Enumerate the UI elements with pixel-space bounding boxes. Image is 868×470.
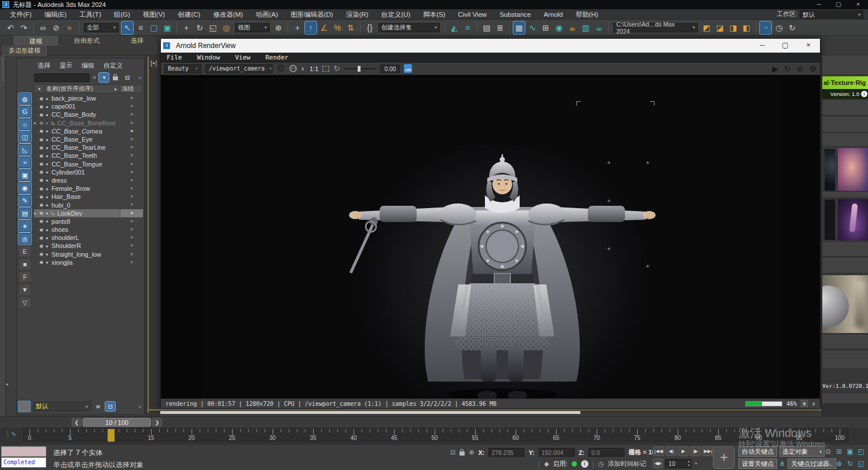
frozen-cell[interactable]: ∗ xyxy=(120,242,143,250)
render-dot-icon[interactable]: ● xyxy=(46,228,52,232)
curve-editor-icon[interactable]: ∿ xyxy=(527,21,538,34)
material-editor-icon[interactable]: ◉ xyxy=(553,21,565,34)
render-dot-icon[interactable]: ● xyxy=(46,178,52,182)
table-row[interactable]: ▸◉●◺CC_Base_BoneRoot∗ xyxy=(34,119,143,127)
table-row[interactable]: ◉●CC_Base_Tongue∗ xyxy=(34,160,143,168)
filter-combinations-icon[interactable]: ▽ xyxy=(19,297,31,308)
walk-through-icon[interactable]: ▷ xyxy=(823,458,833,468)
menu-item[interactable]: 修改器(M) xyxy=(207,9,249,20)
menu-item[interactable]: 脚本(S) xyxy=(417,9,451,20)
display-space-warps-icon[interactable]: ≈ xyxy=(19,157,31,168)
current-frame-field[interactable]: 10 ▲▼ xyxy=(665,459,692,468)
display-geometry-icon[interactable]: G xyxy=(19,106,31,117)
arnold-close-button[interactable]: × xyxy=(797,39,820,53)
pan-view-icon[interactable]: ⊕ xyxy=(834,458,844,468)
camera-dropdown[interactable]: /viewport_camera ▾ xyxy=(205,64,273,73)
arnold-maximize-button[interactable]: ▢ xyxy=(774,39,797,53)
use-pivot-point-center-icon[interactable]: ⊕ xyxy=(273,21,284,34)
select-and-move-icon[interactable]: + xyxy=(181,21,192,34)
visibility-eye-icon[interactable]: ◉ xyxy=(39,104,46,109)
render-dot-icon[interactable]: ● xyxy=(46,187,52,191)
auto-backup-icon[interactable]: ◔ xyxy=(760,21,771,34)
frozen-cell[interactable]: ∗ xyxy=(120,102,143,110)
visibility-eye-icon[interactable]: ◉ xyxy=(39,227,46,232)
menu-item[interactable]: Arnold xyxy=(537,9,569,20)
visibility-eye-icon[interactable]: ◉ xyxy=(39,243,46,249)
info-toggle-icon[interactable]: i xyxy=(581,460,589,468)
frozen-cell[interactable]: ∗ xyxy=(120,168,143,176)
select-and-place-icon[interactable]: ◎ xyxy=(220,21,232,34)
menu-item[interactable]: 创建(C) xyxy=(171,9,207,20)
orbit-viewport-icon[interactable]: ↻ xyxy=(845,458,855,468)
render-image-area[interactable]: ++++++ xyxy=(161,75,820,398)
visibility-eye-icon[interactable]: ◉ xyxy=(39,112,46,117)
crop-region-icon[interactable] xyxy=(322,66,329,72)
table-row[interactable]: ◉●CC_Base_TearLine∗ xyxy=(34,143,143,151)
frozen-cell[interactable]: ∗ xyxy=(120,119,143,127)
angle-snap-toggle-icon[interactable]: ∠ xyxy=(318,21,330,34)
frozen-cell[interactable]: ∗ xyxy=(120,94,143,102)
layer-color-swatch[interactable] xyxy=(18,401,31,412)
visibility-eye-icon[interactable]: ◉ xyxy=(39,169,46,175)
left-dock-edge[interactable] xyxy=(0,55,6,416)
display-hidden-icon[interactable]: ◎ xyxy=(19,233,31,245)
display-containers-icon[interactable]: ▤ xyxy=(19,208,31,219)
arnold-minimize-button[interactable]: ─ xyxy=(751,39,774,53)
explorer-menu-item[interactable]: 编辑 xyxy=(78,61,98,71)
selection-filter-dropdown[interactable]: 全部▾ xyxy=(84,23,119,32)
explorer-column-headers[interactable]: ● 名称(按升序排序) ▲ 冻结 xyxy=(34,84,143,93)
info-icon[interactable]: i xyxy=(861,91,867,97)
select-by-name-icon[interactable]: ≡ xyxy=(135,21,146,34)
y-coordinate-field[interactable]: 192.004 xyxy=(539,448,575,457)
snapshot-icon[interactable]: ▣ xyxy=(801,400,808,407)
display-docs-f-icon[interactable]: F xyxy=(19,271,31,283)
frozen-cell[interactable]: ∗ xyxy=(120,225,143,234)
tab-自由形式[interactable]: 自由形式 xyxy=(59,36,115,46)
menu-item[interactable]: 文件(F) xyxy=(3,9,38,20)
key-mode-toggle[interactable]: ◀▶ xyxy=(653,458,663,468)
display-cameras-icon[interactable]: ◫ xyxy=(19,131,31,143)
render-dot-icon[interactable]: ● xyxy=(46,252,52,256)
hierarchy-mode-icon[interactable]: ⊟ xyxy=(122,73,132,82)
menu-item[interactable]: Civil View xyxy=(451,9,493,20)
viewport-label[interactable]: [+] xyxy=(150,60,157,66)
frozen-cell[interactable]: ∗ xyxy=(120,160,143,168)
export-file-icon[interactable]: ◧ xyxy=(741,21,752,34)
visibility-eye-icon[interactable]: ◉ xyxy=(39,161,46,166)
visibility-eye-icon[interactable]: ◉ xyxy=(39,96,46,101)
import-file-icon[interactable]: ◨ xyxy=(727,21,739,34)
minimize-button[interactable]: ─ xyxy=(809,0,829,9)
renderview-settings-icon[interactable]: ⚙ xyxy=(809,64,816,73)
active-layer-dropdown[interactable]: 默认 ▾ xyxy=(33,402,91,411)
render-dot-icon[interactable]: ● xyxy=(46,260,52,264)
render-dot-icon[interactable]: ● xyxy=(46,211,52,215)
menu-item[interactable]: 编辑(E) xyxy=(38,9,73,20)
table-row[interactable]: ◉●hubi_0∗ xyxy=(34,201,143,209)
set-keys-button[interactable]: + xyxy=(713,446,735,469)
frozen-cell[interactable]: ∗ xyxy=(120,209,143,217)
select-and-scale-icon[interactable]: ◱ xyxy=(207,21,219,34)
tab-polygon-modeling[interactable]: 多边形建模 xyxy=(2,46,47,55)
abort-render-icon[interactable]: ⊘ xyxy=(797,64,804,73)
display-helpers-icon[interactable]: ◺ xyxy=(19,144,31,156)
frozen-cell[interactable]: ∗ xyxy=(120,193,143,201)
render-dot-icon[interactable]: ● xyxy=(46,146,52,150)
maxscript-listener-white[interactable]: Completed xyxy=(1,457,46,468)
render-dot-icon[interactable]: ● xyxy=(46,129,52,133)
lock-explorer-icon[interactable] xyxy=(111,73,120,82)
schematic-view-icon[interactable]: ⊞ xyxy=(540,21,551,34)
time-slider[interactable]: 10 / 100 xyxy=(83,418,151,427)
undo-icon[interactable]: ↶ xyxy=(5,21,16,34)
arnold-menu-file[interactable]: File xyxy=(167,54,182,61)
snaps-toggle-icon[interactable]: ↑ xyxy=(305,21,317,34)
advanced-filter-icon[interactable]: ▼ xyxy=(19,284,31,295)
render-production-icon[interactable]: ☕ xyxy=(593,21,605,34)
display-docs-e-icon[interactable]: E xyxy=(19,246,31,257)
add-time-tag[interactable]: 添加时间标记 xyxy=(608,460,646,468)
spinner-snap-toggle-icon[interactable]: ⇅ xyxy=(345,21,356,34)
log-view-icon[interactable]: LOG xyxy=(404,64,412,73)
set-key-button[interactable]: 设置关键点 xyxy=(738,458,777,469)
visibility-eye-icon[interactable]: ◉ xyxy=(39,202,46,208)
search-input[interactable] xyxy=(34,73,90,82)
visibility-eye-icon[interactable]: ◉ xyxy=(39,219,46,224)
